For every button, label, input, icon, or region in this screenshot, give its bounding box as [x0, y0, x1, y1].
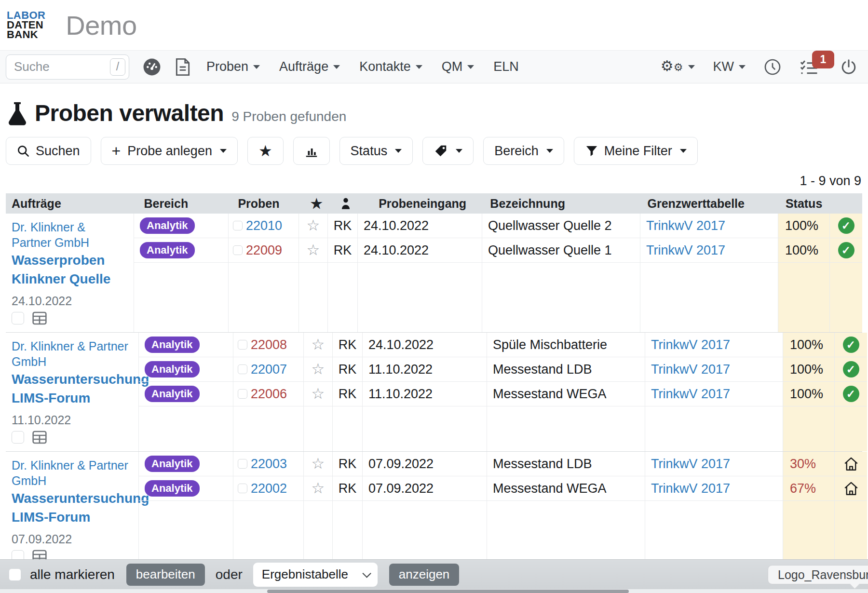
order-cell: Dr. Klinkner & Partner GmbHWasserprobenK…	[6, 214, 134, 332]
bar-chart-icon	[304, 144, 319, 158]
show-button[interactable]: anzeigen	[389, 564, 460, 586]
limit-table-link[interactable]: TrinkwV 2017	[651, 362, 730, 377]
gears-icon: ⚙⚙	[661, 66, 683, 67]
limit-table-link[interactable]: TrinkwV 2017	[651, 457, 730, 472]
col-auftraege[interactable]: Aufträge	[6, 193, 138, 214]
col-favorite[interactable]: ★	[302, 193, 331, 214]
limit-table-link[interactable]: TrinkwV 2017	[651, 337, 730, 352]
sample-link[interactable]: 22008	[251, 337, 287, 352]
brand-bar: LABOR DATEN BANK Demo	[0, 0, 868, 50]
nav-item-proben[interactable]: Proben	[206, 59, 260, 74]
sample-link[interactable]: 22006	[251, 387, 287, 402]
tasks-checklist-icon[interactable]: 1	[800, 58, 819, 76]
select-all-checkbox[interactable]	[9, 568, 21, 581]
chevron-down-icon	[546, 149, 553, 153]
order-subtitle-link[interactable]: LIMS-Forum	[12, 508, 132, 526]
order-title-link[interactable]: Wasseruntersuchung	[12, 489, 132, 507]
col-bereich[interactable]: Bereich	[138, 193, 232, 214]
notification-badge: 1	[812, 51, 834, 68]
row-checkbox[interactable]	[238, 459, 247, 469]
chevron-down-icon	[416, 65, 422, 69]
limit-table-link[interactable]: TrinkwV 2017	[651, 481, 730, 496]
status-filter-button[interactable]: Status	[339, 137, 413, 165]
favorites-button[interactable]: ★	[247, 137, 284, 165]
user-initials: RK	[334, 218, 352, 233]
house-icon	[843, 456, 859, 472]
col-proben[interactable]: Proben	[232, 193, 302, 214]
grid-icon[interactable]	[32, 430, 47, 445]
limit-table-link[interactable]: TrinkwV 2017	[651, 387, 730, 402]
col-user[interactable]	[331, 193, 361, 214]
sample-link[interactable]: 22007	[251, 362, 287, 377]
sample-cell: 22003	[233, 452, 304, 476]
order-title-link[interactable]: Wasserproben	[12, 251, 127, 269]
clock-icon[interactable]	[764, 58, 781, 76]
row-checkbox[interactable]	[238, 484, 247, 493]
document-icon[interactable]	[175, 58, 191, 76]
sample-link[interactable]: 22003	[251, 457, 287, 472]
order-subtitle-link[interactable]: Klinkner Quelle	[12, 270, 127, 288]
row-checkbox[interactable]	[233, 245, 243, 255]
sample-cell: 22007	[233, 357, 304, 381]
sample-cell: 22008	[233, 333, 304, 357]
dashboard-icon[interactable]	[143, 58, 161, 76]
sample-link[interactable]: 22010	[246, 218, 282, 233]
user-initials: RK	[334, 243, 352, 258]
grid-icon[interactable]	[32, 311, 47, 325]
row-checkbox[interactable]	[233, 221, 243, 230]
labordatenbank-logo[interactable]: LABOR DATEN BANK	[7, 11, 45, 40]
house-icon	[843, 481, 859, 496]
limit-table-link[interactable]: TrinkwV 2017	[646, 218, 725, 233]
grid-icon	[32, 430, 47, 445]
order-date: 07.09.2022	[12, 532, 132, 546]
order-checkbox[interactable]	[12, 312, 24, 324]
limit-table-link[interactable]: TrinkwV 2017	[646, 243, 725, 258]
bereich-badge[interactable]: Analytik	[140, 217, 195, 234]
bereich-badge[interactable]: Analytik	[145, 456, 200, 472]
bereich-cell: Analytik	[139, 382, 233, 406]
user-menu[interactable]: KW	[713, 59, 746, 74]
order-company-link[interactable]: Dr. Klinkner & Partner GmbH	[12, 458, 132, 488]
edit-button[interactable]: bearbeiten	[126, 564, 205, 586]
col-probeneingang[interactable]: Probeneingang	[361, 193, 484, 214]
row-checkbox[interactable]	[238, 364, 247, 374]
chevron-down-icon	[680, 149, 687, 153]
bereich-filter-button[interactable]: Bereich	[483, 137, 564, 165]
search-button[interactable]: Suchen	[6, 137, 91, 165]
grenzwert-cell: TrinkwV 2017	[640, 238, 778, 262]
person-icon	[339, 197, 352, 210]
sample-link[interactable]: 22002	[251, 481, 287, 496]
settings-gears-menu[interactable]: ⚙⚙	[661, 65, 695, 69]
tags-filter-button[interactable]	[422, 137, 474, 165]
bereich-badge[interactable]: Analytik	[145, 386, 200, 402]
grenzwert-cell: TrinkwV 2017	[645, 357, 783, 381]
user-initials: KW	[713, 59, 734, 74]
col-grenzwerttabelle[interactable]: Grenzwerttabelle	[642, 193, 779, 214]
col-bezeichnung[interactable]: Bezeichnung	[484, 193, 641, 214]
nav-item-qm[interactable]: QM	[442, 59, 475, 74]
nav-item-eln[interactable]: ELN	[493, 59, 519, 74]
create-sample-button[interactable]: + Probe anlegen	[101, 137, 238, 165]
nav-item-kontakte[interactable]: Kontakte	[359, 59, 422, 74]
order-title-link[interactable]: Wasseruntersuchung	[12, 370, 132, 388]
bereich-badge[interactable]: Analytik	[145, 337, 200, 353]
nav-item-auftraege[interactable]: Aufträge	[279, 59, 340, 74]
chart-button[interactable]	[293, 137, 330, 165]
order-checkbox[interactable]	[12, 431, 24, 444]
my-filters-button[interactable]: Meine Filter	[574, 137, 698, 165]
horizontal-scrollbar-thumb[interactable]	[267, 590, 629, 593]
select-all-label: alle markieren	[30, 567, 115, 582]
sample-link[interactable]: 22009	[246, 243, 282, 258]
page-title: Proben verwalten	[35, 100, 224, 126]
result-table-select[interactable]: Ergebnistabelle	[253, 563, 378, 587]
bereich-badge[interactable]: Analytik	[145, 361, 200, 377]
bereich-badge[interactable]: Analytik	[140, 242, 195, 258]
col-status[interactable]: Status	[779, 193, 830, 214]
power-icon[interactable]	[840, 58, 857, 76]
row-checkbox[interactable]	[238, 340, 247, 350]
row-checkbox[interactable]	[238, 389, 247, 399]
order-company-link[interactable]: Dr. Klinkner & Partner GmbH	[12, 219, 127, 250]
order-company-link[interactable]: Dr. Klinkner & Partner GmbH	[12, 338, 132, 369]
order-subtitle-link[interactable]: LIMS-Forum	[12, 389, 132, 407]
bereich-badge[interactable]: Analytik	[145, 480, 200, 497]
